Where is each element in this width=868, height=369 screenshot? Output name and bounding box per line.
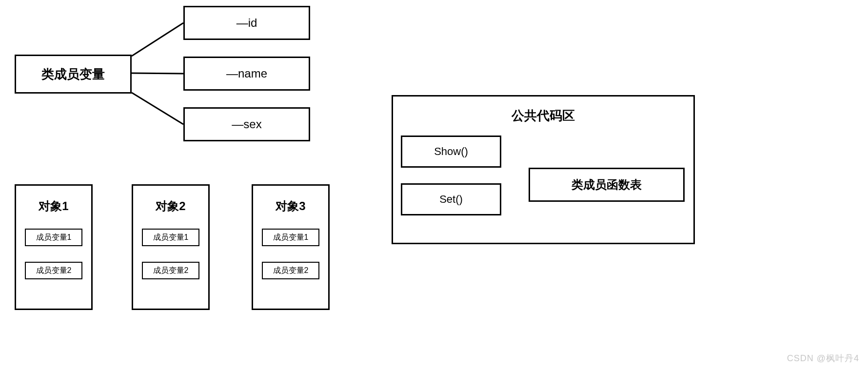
svg-line-1: [132, 73, 183, 74]
object-2-container: 对象2 成员变量1 成员变量2: [132, 184, 210, 310]
object-3-member-1: 成员变量1: [262, 229, 319, 246]
field-id: —id: [237, 16, 257, 30]
object-2-member-2: 成员变量2: [142, 262, 199, 279]
class-member-title-box: 类成员变量: [15, 55, 132, 94]
func-set-label: Set(): [439, 193, 463, 206]
svg-line-0: [132, 23, 183, 56]
class-member-title: 类成员变量: [41, 66, 105, 83]
field-name: —name: [226, 67, 267, 80]
func-show-box: Show(): [401, 136, 501, 168]
func-table-box: 类成员函数表: [529, 168, 685, 202]
public-code-title: 公共代码区: [393, 107, 693, 124]
object-2-title: 对象2: [133, 198, 208, 214]
object-3-title: 对象3: [253, 198, 328, 214]
field-name-box: —name: [183, 57, 310, 91]
object-1-member-1: 成员变量1: [25, 229, 82, 246]
object-2-member-1: 成员变量1: [142, 229, 199, 246]
object-1-title: 对象1: [16, 198, 91, 214]
func-set-box: Set(): [401, 183, 501, 215]
func-table-label: 类成员函数表: [572, 177, 642, 193]
object-3-member-2: 成员变量2: [262, 262, 319, 279]
func-show-label: Show(): [434, 145, 468, 158]
svg-line-2: [132, 93, 183, 124]
field-sex: —sex: [232, 117, 261, 131]
field-sex-box: —sex: [183, 107, 310, 141]
object-1-member-2: 成员变量2: [25, 262, 82, 279]
field-id-box: —id: [183, 6, 310, 40]
object-1-container: 对象1 成员变量1 成员变量2: [15, 184, 93, 310]
watermark: CSDN @枫叶丹4: [787, 352, 859, 364]
object-3-container: 对象3 成员变量1 成员变量2: [252, 184, 330, 310]
